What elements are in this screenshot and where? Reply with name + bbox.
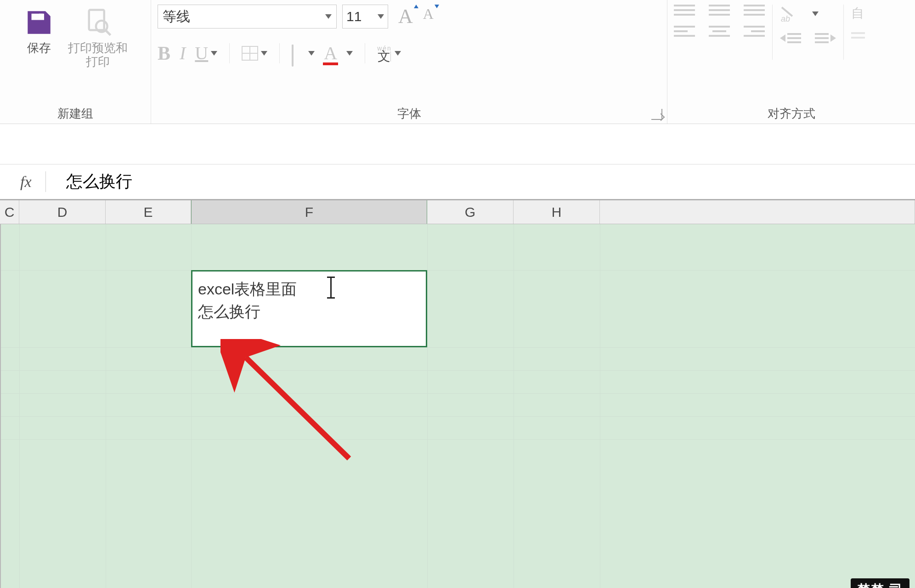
font-color-button[interactable]: A (324, 44, 353, 62)
col-header-F[interactable]: F (191, 200, 427, 224)
merge-icon (851, 32, 865, 39)
decrease-font-button[interactable]: A (423, 6, 434, 27)
decrease-indent-button[interactable] (780, 33, 801, 43)
align-middle-button[interactable] (709, 5, 730, 16)
save-label: 保存 (27, 41, 51, 55)
cell-line-1: excel表格里面 (198, 278, 420, 300)
print-preview-icon (83, 7, 113, 38)
font-size-select[interactable]: 11 (342, 5, 388, 28)
print-preview-label: 打印预览和 打印 (68, 41, 128, 69)
ribbon-group-font: 等线 11 A A B I U (151, 0, 667, 124)
dialog-launcher-font[interactable] (651, 109, 662, 120)
increase-font-button[interactable]: A (398, 6, 413, 27)
ribbon-group-new: 保存 打印预览和 打印 新建组 (0, 0, 151, 124)
svg-line-4 (246, 357, 349, 458)
ribbon-group-align: 自 对齐方式 (667, 0, 915, 124)
chevron-down-icon (308, 51, 315, 56)
print-preview-button[interactable]: 打印预览和 打印 (63, 5, 132, 72)
paint-bucket-icon (292, 46, 305, 60)
align-left-button[interactable] (674, 26, 695, 37)
chevron-down-icon (812, 11, 819, 16)
column-headers: C D E F G H (0, 199, 915, 224)
wrap-text-hint: 自 (851, 5, 865, 22)
chevron-down-icon (395, 51, 401, 56)
svg-rect-0 (39, 14, 43, 19)
group-label-align: 对齐方式 (674, 102, 909, 122)
active-cell-F[interactable]: excel表格里面 怎么换行 (191, 270, 427, 347)
save-icon (24, 7, 54, 38)
col-header-H[interactable]: H (514, 200, 600, 224)
svg-line-3 (106, 30, 111, 35)
col-header-E[interactable]: E (106, 200, 191, 224)
chevron-down-icon (211, 51, 217, 56)
col-header-D[interactable]: D (19, 200, 106, 224)
separator (772, 5, 773, 60)
phonetic-icon: wén 文 (377, 45, 392, 62)
align-center-button[interactable] (709, 26, 730, 37)
annotation-arrow-icon (220, 339, 395, 477)
borders-icon (242, 46, 258, 61)
chevron-down-icon (325, 14, 332, 19)
separator (45, 171, 46, 192)
separator (229, 43, 230, 63)
save-button[interactable]: 保存 (19, 5, 59, 58)
fill-color-button[interactable] (292, 46, 315, 60)
chevron-down-icon (261, 51, 267, 56)
chevron-down-icon (346, 51, 353, 56)
align-top-button[interactable] (674, 5, 695, 16)
separator (279, 43, 280, 63)
font-name-value: 等线 (163, 7, 190, 26)
group-label-new: 新建组 (6, 102, 144, 122)
group-label-font: 字体 (158, 102, 661, 122)
col-header-C[interactable]: C (0, 200, 19, 224)
bold-button[interactable]: B (158, 44, 170, 63)
fx-label[interactable]: fx (0, 173, 45, 191)
formula-input[interactable] (62, 172, 915, 192)
align-right-button[interactable] (744, 26, 765, 37)
orientation-button[interactable] (780, 5, 798, 23)
worksheet-grid[interactable]: excel表格里面 怎么换行 楚梦 司 CHUMENGSI (0, 224, 915, 588)
font-size-value: 11 (346, 9, 361, 24)
ribbon-collapse-strip (0, 124, 915, 164)
italic-button[interactable]: I (180, 44, 186, 62)
increase-indent-button[interactable] (815, 33, 836, 43)
font-name-select[interactable]: 等线 (158, 5, 337, 28)
phonetic-guide-button[interactable]: wén 文 (377, 45, 401, 62)
text-cursor-icon (330, 278, 332, 297)
underline-button[interactable]: U (195, 44, 217, 62)
watermark: 楚梦 司 CHUMENGSI (851, 578, 909, 588)
borders-button[interactable] (242, 46, 267, 61)
col-header-extra[interactable] (600, 200, 915, 224)
separator (843, 5, 844, 60)
chevron-down-icon (378, 14, 384, 19)
align-bottom-button[interactable] (744, 5, 765, 16)
ribbon: 保存 打印预览和 打印 新建组 等线 11 (0, 0, 915, 124)
col-header-G[interactable]: G (427, 200, 514, 224)
cell-line-2: 怎么换行 (198, 300, 420, 323)
separator (365, 43, 365, 63)
formula-bar: fx (0, 164, 915, 199)
font-color-icon: A (324, 44, 337, 62)
